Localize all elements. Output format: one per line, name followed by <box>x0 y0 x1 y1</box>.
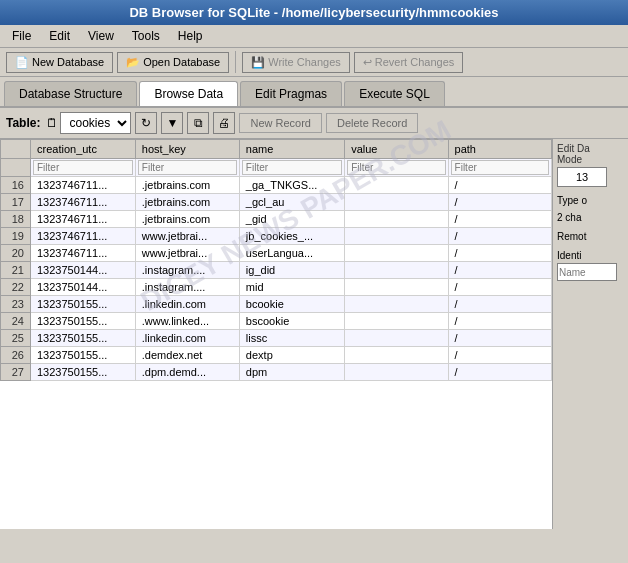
cell-creation-utc[interactable]: 1323746711... <box>31 245 136 262</box>
table-row[interactable]: 201323746711...www.jetbrai...userLangua.… <box>1 245 552 262</box>
cell-path[interactable]: / <box>448 347 551 364</box>
cell-host-key[interactable]: .jetbrains.com <box>135 211 239 228</box>
tab-execute-sql[interactable]: Execute SQL <box>344 81 445 106</box>
cell-creation-utc[interactable]: 1323746711... <box>31 194 136 211</box>
cell-path[interactable]: / <box>448 279 551 296</box>
col-header-path[interactable]: path <box>448 140 551 159</box>
col-header-value[interactable]: value <box>345 140 448 159</box>
cell-name[interactable]: lissc <box>239 330 344 347</box>
cell-path[interactable]: / <box>448 245 551 262</box>
cell-value[interactable] <box>345 296 448 313</box>
cell-value[interactable] <box>345 245 448 262</box>
col-header-creation-utc[interactable]: creation_utc <box>31 140 136 159</box>
cell-creation-utc[interactable]: 1323750144... <box>31 279 136 296</box>
cell-value[interactable] <box>345 228 448 245</box>
table-row[interactable]: 251323750155....linkedin.comlissc/ <box>1 330 552 347</box>
table-row[interactable]: 221323750144....instagram....mid/ <box>1 279 552 296</box>
cell-name[interactable]: dpm <box>239 364 344 381</box>
refresh-button[interactable]: ↻ <box>135 112 157 134</box>
cell-host-key[interactable]: .instagram.... <box>135 279 239 296</box>
cell-host-key[interactable]: .demdex.net <box>135 347 239 364</box>
table-row[interactable]: 271323750155....dpm.demd...dpm/ <box>1 364 552 381</box>
cell-value[interactable] <box>345 364 448 381</box>
menu-help[interactable]: Help <box>172 27 209 45</box>
new-record-button[interactable]: New Record <box>239 113 322 133</box>
delete-record-button[interactable]: Delete Record <box>326 113 418 133</box>
table-row[interactable]: 171323746711....jetbrains.com_gcl_au/ <box>1 194 552 211</box>
table-row[interactable]: 241323750155....www.linked...bscookie/ <box>1 313 552 330</box>
cell-creation-utc[interactable]: 1323750155... <box>31 364 136 381</box>
cell-host-key[interactable]: .linkedin.com <box>135 330 239 347</box>
filter-host-key[interactable] <box>135 159 239 177</box>
cell-value[interactable] <box>345 211 448 228</box>
table-row[interactable]: 261323750155....demdex.netdextp/ <box>1 347 552 364</box>
cell-name[interactable]: dextp <box>239 347 344 364</box>
name-input[interactable] <box>557 263 617 281</box>
table-select[interactable]: cookies <box>60 112 131 134</box>
cell-path[interactable]: / <box>448 364 551 381</box>
print-button[interactable]: 🖨 <box>213 112 235 134</box>
cell-name[interactable]: _ga_TNKGS... <box>239 177 344 194</box>
cell-name[interactable]: mid <box>239 279 344 296</box>
filter-creation-utc[interactable] <box>31 159 136 177</box>
open-database-button[interactable]: 📂 Open Database <box>117 52 229 73</box>
cell-name[interactable]: bscookie <box>239 313 344 330</box>
filter-value[interactable] <box>345 159 448 177</box>
cell-creation-utc[interactable]: 1323750144... <box>31 262 136 279</box>
table-row[interactable]: 181323746711....jetbrains.com_gid/ <box>1 211 552 228</box>
filter-button[interactable]: ▼ <box>161 112 183 134</box>
cell-creation-utc[interactable]: 1323750155... <box>31 330 136 347</box>
cell-path[interactable]: / <box>448 296 551 313</box>
col-header-host-key[interactable]: host_key <box>135 140 239 159</box>
cell-name[interactable]: _gcl_au <box>239 194 344 211</box>
copy-button[interactable]: ⧉ <box>187 112 209 134</box>
filter-path[interactable] <box>448 159 551 177</box>
cell-creation-utc[interactable]: 1323746711... <box>31 228 136 245</box>
table-row[interactable]: 211323750144....instagram....ig_did/ <box>1 262 552 279</box>
cell-name[interactable]: userLangua... <box>239 245 344 262</box>
cell-path[interactable]: / <box>448 211 551 228</box>
cell-value[interactable] <box>345 177 448 194</box>
cell-host-key[interactable]: .jetbrains.com <box>135 177 239 194</box>
table-row[interactable]: 231323750155....linkedin.combcookie/ <box>1 296 552 313</box>
menu-file[interactable]: File <box>6 27 37 45</box>
mode-number-input[interactable] <box>557 167 607 187</box>
cell-path[interactable]: / <box>448 313 551 330</box>
cell-host-key[interactable]: .linkedin.com <box>135 296 239 313</box>
cell-host-key[interactable]: .dpm.demd... <box>135 364 239 381</box>
filter-input-host-key[interactable] <box>138 160 237 175</box>
cell-name[interactable]: ig_did <box>239 262 344 279</box>
tab-browse-data[interactable]: Browse Data <box>139 81 238 106</box>
filter-input-value[interactable] <box>347 160 445 175</box>
data-table-wrapper[interactable]: DICEY NEWS PAPER.COM creation_utc host_k… <box>0 139 553 529</box>
filter-name[interactable] <box>239 159 344 177</box>
cell-host-key[interactable]: www.jetbrai... <box>135 228 239 245</box>
cell-value[interactable] <box>345 313 448 330</box>
cell-host-key[interactable]: www.jetbrai... <box>135 245 239 262</box>
col-header-name[interactable]: name <box>239 140 344 159</box>
cell-path[interactable]: / <box>448 177 551 194</box>
tab-edit-pragmas[interactable]: Edit Pragmas <box>240 81 342 106</box>
cell-path[interactable]: / <box>448 262 551 279</box>
cell-value[interactable] <box>345 262 448 279</box>
menu-tools[interactable]: Tools <box>126 27 166 45</box>
table-row[interactable]: 161323746711....jetbrains.com_ga_TNKGS..… <box>1 177 552 194</box>
menu-view[interactable]: View <box>82 27 120 45</box>
cell-host-key[interactable]: .instagram.... <box>135 262 239 279</box>
cell-name[interactable]: jb_cookies_... <box>239 228 344 245</box>
cell-path[interactable]: / <box>448 194 551 211</box>
filter-input-path[interactable] <box>451 160 549 175</box>
new-database-button[interactable]: 📄 New Database <box>6 52 113 73</box>
cell-creation-utc[interactable]: 1323750155... <box>31 296 136 313</box>
cell-value[interactable] <box>345 279 448 296</box>
filter-input-name[interactable] <box>242 160 342 175</box>
cell-name[interactable]: _gid <box>239 211 344 228</box>
cell-creation-utc[interactable]: 1323750155... <box>31 347 136 364</box>
cell-value[interactable] <box>345 330 448 347</box>
cell-name[interactable]: bcookie <box>239 296 344 313</box>
cell-value[interactable] <box>345 194 448 211</box>
cell-path[interactable]: / <box>448 228 551 245</box>
tab-database-structure[interactable]: Database Structure <box>4 81 137 106</box>
cell-host-key[interactable]: .www.linked... <box>135 313 239 330</box>
table-row[interactable]: 191323746711...www.jetbrai...jb_cookies_… <box>1 228 552 245</box>
